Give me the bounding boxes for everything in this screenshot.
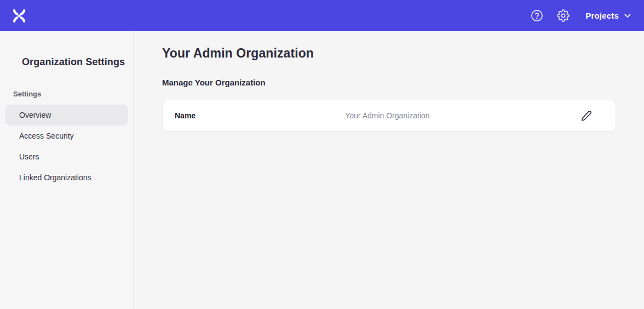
- projects-label: Projects: [585, 11, 619, 20]
- sidebar-title: Organization Settings: [22, 56, 133, 68]
- sidebar-item-linked-organizations[interactable]: Linked Organizations: [5, 167, 128, 188]
- sidebar-section-label: Settings: [13, 90, 133, 98]
- name-label: Name: [175, 111, 196, 120]
- page-title: Your Admin Organization: [162, 46, 616, 61]
- section-title: Manage Your Organization: [162, 78, 616, 87]
- top-nav-bar: Projects: [0, 0, 644, 31]
- sidebar-nav: Overview Access Security Users Linked Or…: [0, 105, 133, 188]
- main-panel: Your Admin Organization Manage Your Orga…: [134, 31, 644, 309]
- header-actions: Projects: [527, 7, 631, 25]
- sidebar: Organization Settings Settings Overview …: [0, 31, 134, 309]
- organization-name-card: Name Your Admin Organization: [162, 100, 616, 131]
- gear-icon[interactable]: [554, 7, 572, 25]
- sidebar-item-overview[interactable]: Overview: [5, 105, 128, 125]
- organization-name-value: Your Admin Organization: [345, 111, 429, 120]
- app-window: Projects Organization Settings Settings …: [0, 0, 644, 309]
- sidebar-item-users[interactable]: Users: [5, 146, 128, 167]
- mendix-logo[interactable]: [11, 8, 27, 24]
- content-area: Organization Settings Settings Overview …: [0, 31, 644, 309]
- pencil-icon[interactable]: [578, 108, 594, 123]
- projects-menu-button[interactable]: Projects: [585, 11, 631, 20]
- help-circle-icon[interactable]: [527, 7, 546, 25]
- chevron-down-icon: [624, 14, 631, 18]
- sidebar-item-access-security[interactable]: Access Security: [5, 125, 128, 146]
